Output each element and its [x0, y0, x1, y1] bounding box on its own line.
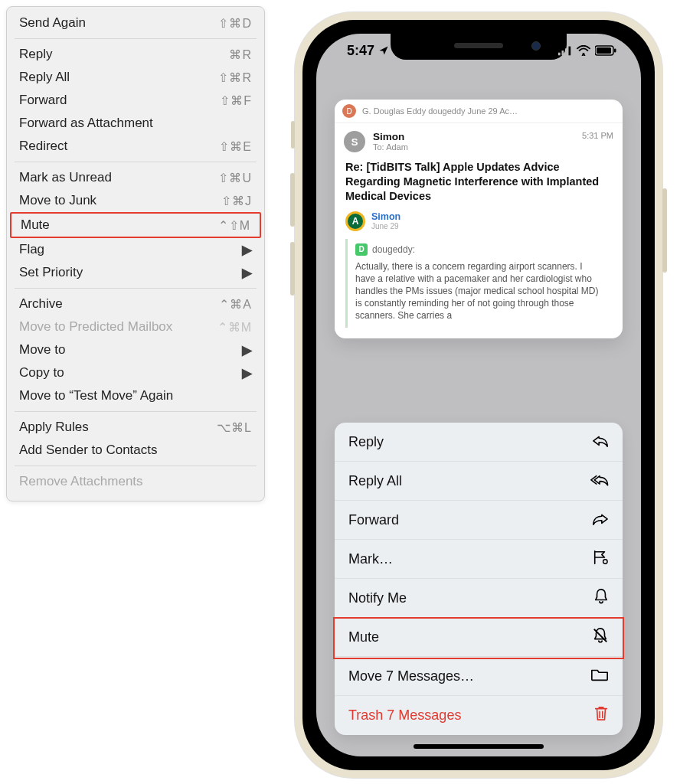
phone-bezel: 5:47 [302, 20, 655, 770]
forward-icon [590, 511, 609, 530]
menu-shortcut: ⌃⌘A [219, 297, 252, 312]
menu-shortcut: ⇧⌘U [218, 171, 252, 185]
quoted-body-text: Actually, there is a concern regarding a… [355, 260, 604, 322]
menu-item-label: Move to Predicted Mailbox [19, 319, 172, 335]
ios-action-sheet: Reply Reply All Forward [335, 423, 623, 735]
menu-item-label: Copy to [19, 365, 64, 381]
quoted-from-name: dougeddy: [372, 244, 415, 255]
menu-item-label: Reply All [19, 70, 70, 85]
menu-item-set-priority[interactable]: Set Priority ▶ [7, 261, 264, 284]
bell-slash-icon [590, 627, 609, 648]
menu-item-reply-all[interactable]: Reply All ⇧⌘R [7, 66, 264, 89]
menu-item-label: Mark as Unread [19, 170, 112, 185]
menu-item-label: Forward as Attachment [19, 116, 153, 131]
sheet-item-label: Notify Me [348, 590, 407, 606]
svg-rect-1 [562, 51, 564, 55]
quoted-from-avatar: D [355, 243, 368, 256]
trash-icon [590, 705, 609, 726]
home-indicator[interactable] [414, 744, 544, 749]
email-preview-card[interactable]: D G. Douglas Eddy dougeddy June 29 Ac… S… [335, 100, 623, 338]
cellular-signal-icon [558, 45, 572, 56]
menu-shortcut: ⇧⌘D [218, 16, 252, 31]
sheet-item-reply[interactable]: Reply [335, 423, 623, 462]
sheet-item-move-messages[interactable]: Move 7 Messages… [335, 657, 623, 696]
menu-item-label: Set Priority [19, 265, 83, 280]
menu-item-forward[interactable]: Forward ⇧⌘F [7, 89, 264, 112]
menu-item-label: Apply Rules [19, 420, 89, 435]
svg-rect-2 [565, 48, 567, 55]
sheet-item-forward[interactable]: Forward [335, 501, 623, 540]
recipient-name: Adam [386, 142, 408, 152]
menu-item-label: Archive [19, 296, 63, 312]
quoted-author-date: June 29 [371, 222, 400, 230]
menu-item-reply[interactable]: Reply ⌘R [7, 43, 264, 66]
menu-item-move-to-test-move-again[interactable]: Move to “Test Move” Again [7, 384, 264, 407]
team-badge-icon: A [345, 211, 365, 231]
to-label: To: [373, 142, 384, 152]
sheet-item-notify-me[interactable]: Notify Me [335, 579, 623, 618]
status-bar: 5:47 [316, 40, 641, 61]
sender-name: Simon [373, 131, 408, 142]
sheet-item-trash-messages[interactable]: Trash 7 Messages [335, 696, 623, 735]
menu-item-redirect[interactable]: Redirect ⇧⌘E [7, 135, 264, 158]
message-subject: Re: [TidBITS Talk] Apple Updates Advice … [335, 155, 623, 211]
sheet-item-mark[interactable]: Mark… [335, 540, 623, 579]
menu-shortcut: ⌃⌘M [217, 320, 252, 335]
menu-shortcut: ⇧⌘F [220, 93, 252, 108]
menu-item-mark-as-unread[interactable]: Mark as Unread ⇧⌘U [7, 166, 264, 189]
message-header: S Simon To: Adam 5:31 PM [335, 123, 623, 155]
menu-item-archive[interactable]: Archive ⌃⌘A [7, 292, 264, 315]
status-time: 5:47 [347, 43, 374, 59]
sheet-item-label: Reply All [348, 473, 402, 489]
wifi-icon [577, 45, 590, 56]
menu-shortcut: ⇧⌘R [218, 70, 252, 85]
menu-item-apply-rules[interactable]: Apply Rules ⌥⌘L [7, 416, 264, 439]
sheet-item-label: Move 7 Messages… [348, 668, 474, 684]
sheet-item-label: Trash 7 Messages [348, 707, 461, 724]
menu-item-label: Forward [19, 93, 67, 108]
flag-icon [590, 550, 609, 569]
menu-item-add-sender-to-contacts[interactable]: Add Sender to Contacts [7, 439, 264, 462]
sheet-item-reply-all[interactable]: Reply All [335, 462, 623, 501]
svg-point-4 [583, 53, 585, 55]
reply-all-icon [590, 472, 609, 491]
svg-rect-3 [569, 47, 571, 56]
menu-item-remove-attachments: Remove Attachments [7, 470, 264, 493]
chevron-right-icon: ▶ [242, 265, 252, 281]
quoted-author-name: Simon [371, 211, 400, 222]
reply-icon [590, 433, 609, 452]
location-services-icon [377, 45, 391, 56]
phone-screen: 5:47 [316, 34, 641, 756]
menu-shortcut: ⌘R [229, 47, 252, 62]
sheet-item-label: Forward [348, 512, 399, 528]
menu-item-move-to[interactable]: Move to ▶ [7, 338, 264, 361]
chevron-right-icon: ▶ [242, 365, 252, 381]
menu-shortcut: ⇧⌘E [219, 139, 252, 154]
menu-item-mute[interactable]: Mute ⌃⇧M [10, 212, 261, 238]
menu-item-label: Move to “Test Move” Again [19, 388, 173, 403]
avatar: D [342, 104, 356, 118]
sheet-item-label: Reply [348, 434, 384, 450]
quoted-author-row: A Simon June 29 [335, 211, 623, 233]
menu-item-copy-to[interactable]: Copy to ▶ [7, 361, 264, 384]
menu-separator [15, 38, 257, 39]
menu-item-label: Add Sender to Contacts [19, 443, 158, 458]
mute-switch [291, 121, 295, 149]
menu-item-flag[interactable]: Flag ▶ [7, 238, 264, 261]
svg-point-8 [603, 559, 607, 563]
chevron-right-icon: ▶ [242, 242, 252, 258]
menu-item-label: Flag [19, 242, 44, 257]
power-button [662, 188, 667, 273]
menu-item-forward-as-attachment[interactable]: Forward as Attachment [7, 112, 264, 135]
chevron-right-icon: ▶ [242, 342, 252, 358]
menu-item-move-to-predicted-mailbox: Move to Predicted Mailbox ⌃⌘M [7, 315, 264, 338]
sheet-item-mute[interactable]: Mute [335, 618, 623, 657]
message-time: 5:31 PM [582, 131, 613, 152]
menu-item-move-to-junk[interactable]: Move to Junk ⇧⌘J [7, 189, 264, 212]
battery-icon [595, 45, 616, 56]
menu-item-label: Move to Junk [19, 193, 96, 208]
menu-item-send-again[interactable]: Send Again ⇧⌘D [7, 11, 264, 34]
menu-item-label: Remove Attachments [19, 474, 143, 489]
menu-shortcut: ⌃⇧M [218, 218, 250, 233]
menu-item-label: Redirect [19, 139, 67, 154]
